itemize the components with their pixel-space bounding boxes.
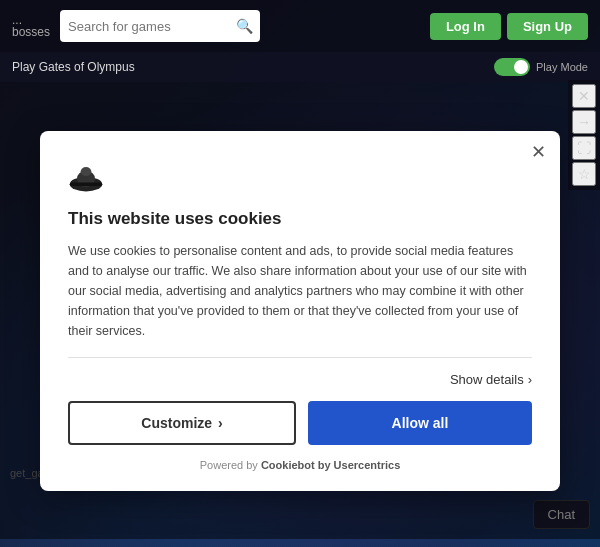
expand-icon[interactable]: ⛶ xyxy=(572,136,596,160)
modal-close-button[interactable]: ✕ xyxy=(531,143,546,161)
show-details-label: Show details xyxy=(450,372,524,387)
search-bar[interactable]: 🔍 xyxy=(60,10,260,42)
login-button[interactable]: Log In xyxy=(430,13,501,40)
cookiebot-link[interactable]: Cookiebot by Usercentrics xyxy=(261,459,400,471)
powered-by: Powered by Cookiebot by Usercentrics xyxy=(68,459,532,471)
play-game-label: Play Gates of Olympus xyxy=(12,60,135,74)
cookie-modal-overlay: ✕ This website uses cookies We use cooki… xyxy=(0,82,600,539)
toggle-control[interactable] xyxy=(494,58,530,76)
cookie-modal: ✕ This website uses cookies We use cooki… xyxy=(40,131,560,491)
customize-button[interactable]: Customize › xyxy=(68,401,296,445)
header-buttons: Log In Sign Up xyxy=(430,13,588,40)
toggle-knob xyxy=(514,60,528,74)
arrow-right-icon[interactable]: → xyxy=(572,110,596,134)
main-content: get_game_link_system_error Chat ✕ This w… xyxy=(0,82,600,539)
signup-button[interactable]: Sign Up xyxy=(507,13,588,40)
search-icon: 🔍 xyxy=(236,18,253,34)
allow-all-button[interactable]: Allow all xyxy=(308,401,532,445)
play-mode-toggle[interactable]: Play Mode xyxy=(494,58,588,76)
star-icon[interactable]: ☆ xyxy=(572,162,596,186)
subheader: Play Gates of Olympus Play Mode xyxy=(0,52,600,82)
customize-arrow-icon: › xyxy=(218,415,223,431)
cookiebot-logo-icon xyxy=(68,159,104,195)
svg-rect-3 xyxy=(70,182,102,186)
search-input[interactable] xyxy=(68,19,236,34)
modal-actions-row: Show details › xyxy=(68,372,532,387)
customize-label: Customize xyxy=(141,415,212,431)
close-icon[interactable]: ✕ xyxy=(572,84,596,108)
show-details-link[interactable]: Show details › xyxy=(450,372,532,387)
cookie-modal-body: We use cookies to personalise content an… xyxy=(68,241,532,341)
right-sidebar-icons: ✕ → ⛶ ☆ xyxy=(568,80,600,190)
logo-text: bosses xyxy=(12,26,50,38)
header: ... bosses 🔍 Log In Sign Up xyxy=(0,0,600,52)
play-mode-label: Play Mode xyxy=(536,61,588,73)
modal-divider xyxy=(68,357,532,358)
cookie-modal-title: This website uses cookies xyxy=(68,209,532,229)
logo: ... bosses xyxy=(12,14,50,38)
powered-by-label: Powered by xyxy=(200,459,258,471)
show-details-arrow-icon: › xyxy=(528,372,532,387)
modal-buttons: Customize › Allow all xyxy=(68,401,532,445)
svg-point-2 xyxy=(81,167,92,176)
